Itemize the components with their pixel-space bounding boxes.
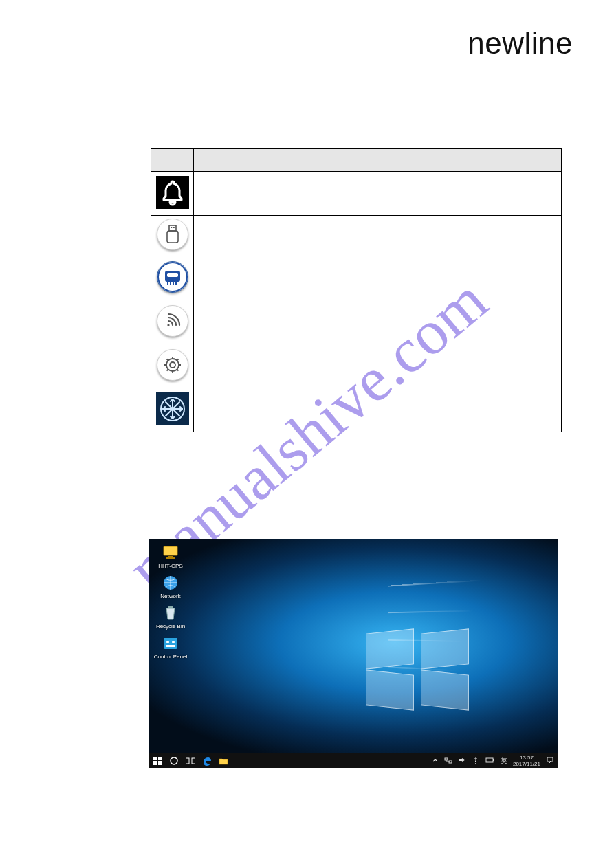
cortana-icon[interactable] <box>169 756 179 766</box>
svg-point-13 <box>167 324 169 326</box>
svg-rect-32 <box>158 757 162 760</box>
gear-icon <box>157 349 188 381</box>
table-row <box>151 300 562 344</box>
desktop-icon-control-panel[interactable]: Control Panel <box>153 634 188 660</box>
brand-logo: newline <box>468 26 573 60</box>
svg-point-40 <box>475 763 476 764</box>
icon-table-header-desc <box>194 149 562 172</box>
svg-rect-33 <box>153 761 157 765</box>
svg-rect-30 <box>166 645 175 647</box>
globe-icon <box>162 574 179 592</box>
usb-icon <box>157 219 188 250</box>
freeze-icon <box>156 392 189 425</box>
icon-description <box>194 172 562 216</box>
taskview-icon[interactable] <box>186 756 195 766</box>
icon-description <box>194 344 562 388</box>
table-row <box>151 388 562 432</box>
svg-rect-26 <box>168 606 173 608</box>
svg-point-29 <box>172 641 175 643</box>
icon-description <box>194 388 562 432</box>
network-tray-icon[interactable] <box>444 756 452 766</box>
action-center-icon[interactable] <box>546 756 554 766</box>
svg-rect-1 <box>169 225 176 231</box>
svg-rect-22 <box>164 546 177 555</box>
svg-rect-38 <box>445 758 448 760</box>
svg-rect-23 <box>168 556 173 557</box>
wifi-icon <box>157 305 188 337</box>
svg-point-15 <box>166 359 179 371</box>
start-icon[interactable] <box>153 756 162 766</box>
desktop-icon-label: Recycle Bin <box>153 623 188 630</box>
chip-icon <box>157 261 188 293</box>
file-explorer-icon[interactable] <box>219 756 228 766</box>
svg-rect-8 <box>167 273 178 277</box>
table-row <box>151 172 562 216</box>
icon-table <box>151 148 562 432</box>
svg-rect-34 <box>158 761 162 765</box>
svg-rect-27 <box>164 638 177 649</box>
svg-point-14 <box>170 362 175 368</box>
svg-rect-36 <box>186 758 189 764</box>
table-row <box>151 344 562 388</box>
clock-date: 2017/11/21 <box>513 761 540 767</box>
svg-rect-42 <box>493 759 494 761</box>
svg-rect-41 <box>486 758 493 762</box>
volume-tray-icon[interactable] <box>458 756 466 766</box>
windows-logo <box>366 631 469 708</box>
svg-rect-37 <box>192 758 195 764</box>
svg-point-28 <box>166 641 169 643</box>
chevron-up-icon[interactable] <box>432 757 439 765</box>
desktop-icon-label: Control Panel <box>153 654 188 660</box>
svg-rect-24 <box>166 557 175 559</box>
svg-rect-31 <box>153 757 157 760</box>
icon-description <box>194 300 562 344</box>
icon-description <box>194 216 562 256</box>
desktop-icon-label: HHT-OPS <box>153 563 188 570</box>
taskbar-clock[interactable]: 13:57 2017/11/21 <box>513 755 540 767</box>
battery-tray-icon[interactable] <box>485 757 495 765</box>
svg-rect-3 <box>173 227 174 228</box>
desktop-icon-network[interactable]: Network <box>153 574 188 600</box>
panel-icon <box>162 634 179 652</box>
windows-screenshot: HHT-OPS Network Recycle Bin Control Pane… <box>149 539 558 768</box>
desktop-icon-recycle-bin[interactable]: Recycle Bin <box>153 604 188 630</box>
desktop-icon-label: Network <box>153 593 188 600</box>
desktop-icon-hht-ops[interactable]: HHT-OPS <box>153 544 188 570</box>
svg-rect-2 <box>171 227 172 228</box>
bin-icon <box>162 604 179 622</box>
ime-tray-icon[interactable]: 英 <box>501 756 507 766</box>
wallpaper <box>149 539 558 768</box>
svg-rect-4 <box>167 231 178 243</box>
usb-tray-icon[interactable] <box>472 756 480 766</box>
table-row <box>151 216 562 256</box>
computer-icon <box>162 544 179 561</box>
icon-description <box>194 256 562 300</box>
bell-icon <box>156 176 189 209</box>
svg-point-35 <box>171 757 177 764</box>
table-row <box>151 256 562 300</box>
edge-icon[interactable] <box>202 756 212 766</box>
taskbar: 英 13:57 2017/11/21 <box>149 753 558 768</box>
clock-time: 13:57 <box>513 755 540 761</box>
icon-table-header-icon <box>151 149 194 172</box>
